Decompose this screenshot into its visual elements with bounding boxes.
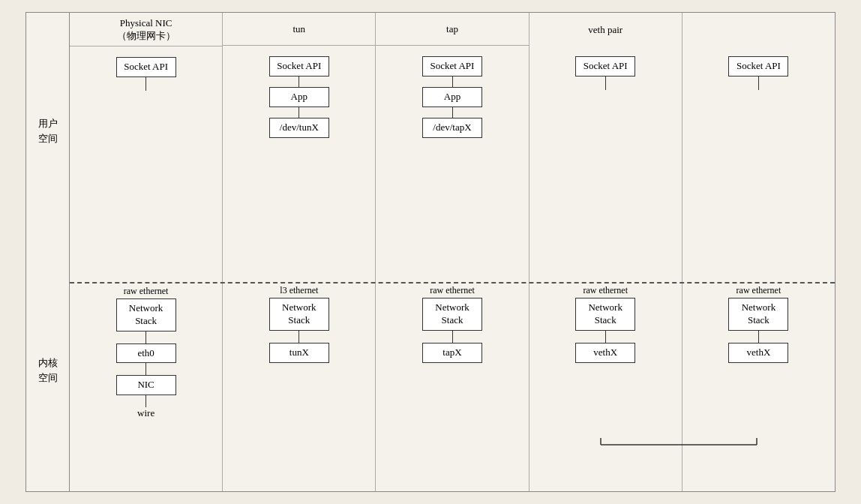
tun-kernel-items: l3 ethernet NetworkStack tunX (223, 282, 375, 363)
tun-dev-tunx: /dev/tunX (269, 118, 329, 138)
diagram-inner: 用户 空间 内核 空间 Physical NIC（物理网卡） (26, 13, 835, 491)
veth-bracket-svg (523, 437, 835, 461)
veth-left-kernel-label: raw ethernet (583, 285, 628, 296)
physical-nic-vline4 (146, 395, 146, 407)
tap-dev-tapx: /dev/tapX (422, 118, 482, 138)
veth-right-user-items: Socket API (728, 46, 788, 90)
veth-right-vethx: vethX (728, 343, 788, 363)
tun-vline2 (298, 107, 299, 118)
col-physical-nic: Physical NIC（物理网卡） Socket API raw ethern… (70, 13, 223, 491)
physical-nic-nic: NIC (116, 375, 176, 395)
physical-nic-vline3 (146, 363, 146, 375)
veth-left-kernel-items: raw ethernet NetworkStack vethX (530, 282, 682, 363)
physical-nic-kernel-label: raw ethernet (124, 286, 169, 297)
kernel-space-text-line1: 内核 (38, 356, 58, 370)
tap-app: App (422, 87, 482, 107)
tap-vline1 (452, 76, 453, 87)
veth-left-socket-api: Socket API (575, 56, 635, 76)
all-columns: Physical NIC（物理网卡） Socket API raw ethern… (70, 13, 835, 491)
col-tap-body: Socket API App /dev/tapX raw ethernet Ne… (376, 46, 528, 491)
col-tun: tun Socket API App /dev/tunX l3 ethernet… (223, 13, 376, 491)
veth-left-vethx: vethX (575, 343, 635, 363)
physical-nic-network-stack: NetworkStack (116, 298, 176, 332)
veth-right-socket-api: Socket API (728, 56, 788, 76)
col-veth-right: Socket API raw ethernet NetworkStack vet… (682, 13, 835, 491)
tun-app: App (269, 87, 329, 107)
col-physical-nic-body: Socket API raw ethernet NetworkStack eth… (70, 46, 222, 491)
veth-right-kernel-items: raw ethernet NetworkStack vethX (682, 282, 835, 363)
tun-network-stack: NetworkStack (269, 298, 329, 331)
physical-nic-vline1 (146, 77, 146, 91)
col-veth-left-body: Socket API raw ethernet NetworkStack vet… (530, 46, 682, 491)
tap-kernel-label: raw ethernet (430, 285, 475, 296)
col-veth-left: veth pair Socket API raw ethernet Networ… (530, 13, 682, 491)
physical-nic-user-items: Socket API (116, 46, 176, 91)
physical-nic-kernel-items: raw ethernet NetworkStack eth0 NIC wire (70, 283, 222, 420)
col-tap-title: tap (376, 13, 528, 46)
col-veth-right-title (682, 13, 835, 46)
veth-right-kernel-label: raw ethernet (736, 285, 782, 296)
side-label-col: 用户 空间 内核 空间 (26, 13, 70, 491)
col-veth-title: veth pair (530, 13, 682, 46)
tap-vline3 (452, 331, 453, 343)
tap-vline2 (452, 107, 453, 118)
col-tap: tap Socket API App /dev/tapX raw etherne… (376, 13, 529, 491)
kernel-space-label: 内核 空间 (26, 249, 69, 491)
tun-vline1 (298, 76, 299, 87)
tap-kernel-items: raw ethernet NetworkStack tapX (376, 282, 528, 363)
tun-kernel-label: l3 ethernet (280, 285, 318, 296)
veth-right-vline1 (758, 76, 759, 90)
tun-user-items: Socket API App /dev/tunX (269, 46, 329, 138)
user-space-text-line1: 用户 (38, 116, 58, 131)
col-veth-right-body: Socket API raw ethernet NetworkStack vet… (682, 46, 835, 491)
tap-tapx: tapX (422, 343, 482, 363)
col-tun-body: Socket API App /dev/tunX l3 ethernet Net… (223, 46, 375, 491)
user-space-text-line2: 空间 (38, 131, 58, 146)
diagram-wrapper: 用户 空间 内核 空间 Physical NIC（物理网卡） (26, 12, 836, 492)
veth-left-vline1 (605, 76, 606, 90)
veth-left-user-items: Socket API (575, 46, 635, 90)
physical-nic-vline2 (146, 332, 146, 344)
col-tun-title: tun (223, 13, 375, 46)
veth-left-network-stack: NetworkStack (575, 298, 635, 331)
user-space-label: 用户 空间 (26, 13, 69, 249)
veth-right-network-stack: NetworkStack (728, 298, 788, 331)
physical-nic-wire-label: wire (137, 407, 154, 419)
tun-socket-api: Socket API (269, 56, 329, 76)
physical-nic-socket-api: Socket API (116, 57, 176, 77)
col-physical-nic-title: Physical NIC（物理网卡） (70, 13, 222, 46)
tun-vline3 (298, 331, 299, 343)
physical-nic-eth0: eth0 (116, 344, 176, 364)
dashed-separator (70, 282, 835, 284)
veth-left-vline2 (605, 331, 606, 343)
kernel-space-text-line2: 空间 (38, 370, 58, 386)
tap-user-items: Socket API App /dev/tapX (422, 46, 482, 138)
tap-socket-api: Socket API (422, 56, 482, 76)
veth-right-vline2 (758, 331, 759, 343)
tap-network-stack: NetworkStack (422, 298, 482, 331)
tun-tunx: tunX (269, 343, 329, 363)
